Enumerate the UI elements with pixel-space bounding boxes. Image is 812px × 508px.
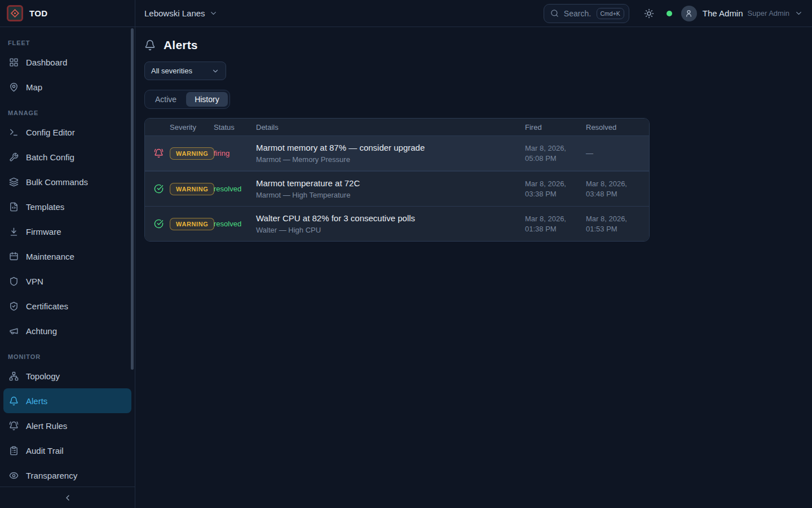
bell-icon xyxy=(144,40,156,51)
alert-subtitle: Marmot — Memory Pressure xyxy=(256,155,518,164)
column-header-resolved: Resolved xyxy=(586,123,640,132)
download-icon xyxy=(9,227,19,237)
app-root: TOD FLEET Dashboard Map MANAGE Config Ed… xyxy=(0,0,812,508)
terminal-icon xyxy=(9,128,19,137)
sidebar-item-achtung[interactable]: Achtung xyxy=(3,318,131,343)
avatar[interactable] xyxy=(681,6,697,21)
user-icon xyxy=(685,9,693,17)
sidebar-section-label: MANAGE xyxy=(3,110,131,116)
sidebar-item-certificates[interactable]: Certificates xyxy=(3,294,131,318)
sidebar-item-label: Firmware xyxy=(26,227,61,237)
search-input[interactable] xyxy=(564,9,592,18)
layers-icon xyxy=(9,177,19,187)
column-header-severity: Severity xyxy=(170,123,214,132)
sidebar-item-vpn[interactable]: VPN xyxy=(3,269,131,294)
connection-status-dot xyxy=(667,11,672,16)
logo-diamond-icon xyxy=(11,9,20,18)
content: Alerts All severities ActiveHistory Seve… xyxy=(135,27,812,508)
severity-filter-value: All severities xyxy=(151,67,192,75)
alert-row[interactable]: WARNING firing Marmot memory at 87% — co… xyxy=(145,136,649,171)
brand-logo xyxy=(7,5,23,21)
sidebar-item-label: Map xyxy=(26,82,42,92)
sidebar-item-label: Bulk Commands xyxy=(26,177,88,187)
calendar-icon xyxy=(9,252,19,261)
sidebar-item-label: Transparency xyxy=(26,471,77,480)
alerts-tabs: ActiveHistory xyxy=(144,90,230,109)
map-pin-icon xyxy=(9,82,19,92)
sidebar-item-label: Templates xyxy=(26,202,64,212)
alerts-table: Severity Status Details Fired Resolved W… xyxy=(144,118,650,242)
sun-icon xyxy=(644,8,654,19)
sidebar-item-topology[interactable]: Topology xyxy=(3,364,131,388)
sidebar-item-firmware[interactable]: Firmware xyxy=(3,219,131,244)
file-code-icon xyxy=(9,202,19,212)
sidebar-section-label: FLEET xyxy=(3,40,131,46)
alert-status: resolved xyxy=(214,185,256,193)
alert-resolved-time: Mar 8, 2026, 01:53 PM xyxy=(586,214,640,234)
sidebar-item-config-editor[interactable]: Config Editor xyxy=(3,120,131,144)
search-box[interactable]: Cmd+K xyxy=(544,4,629,23)
brand-name: TOD xyxy=(29,8,48,18)
check-circle-icon xyxy=(154,184,164,194)
sidebar-collapse-button[interactable] xyxy=(63,493,72,502)
wrench-icon xyxy=(9,152,19,162)
chevron-left-icon xyxy=(63,493,72,502)
sidebar-item-label: Alert Rules xyxy=(26,421,67,431)
search-icon xyxy=(550,9,559,17)
tab-active[interactable]: Active xyxy=(147,92,185,107)
user-menu-button[interactable] xyxy=(795,9,803,17)
alert-resolved-time: Mar 8, 2026, 03:48 PM xyxy=(586,179,640,199)
alert-status: firing xyxy=(214,149,256,157)
alert-title: Walter CPU at 82% for 3 consecutive poll… xyxy=(256,213,518,223)
sidebar-item-alert-rules[interactable]: Alert Rules xyxy=(3,413,131,438)
check-circle-icon xyxy=(154,219,164,229)
sidebar-item-label: Maintenance xyxy=(26,252,74,261)
alert-resolved-time: — xyxy=(586,148,640,159)
chevron-down-icon xyxy=(209,9,218,17)
sidebar-item-transparency[interactable]: Transparency xyxy=(3,463,131,487)
sidebar: TOD FLEET Dashboard Map MANAGE Config Ed… xyxy=(0,0,135,508)
page-title-row: Alerts xyxy=(144,38,803,52)
topbar-right: Cmd+K The Admin Super Admin xyxy=(544,4,803,23)
tab-history[interactable]: History xyxy=(186,92,228,107)
sidebar-item-audit-trail[interactable]: Audit Trail xyxy=(3,438,131,463)
search-shortcut-chip: Cmd+K xyxy=(597,8,624,19)
sidebar-item-maintenance[interactable]: Maintenance xyxy=(3,244,131,269)
main-column: Lebowski Lanes Cmd+K The Admin Super Adm xyxy=(135,0,812,508)
topbar: Lebowski Lanes Cmd+K The Admin Super Adm xyxy=(135,0,812,27)
alert-title: Marmot temperature at 72C xyxy=(256,178,518,188)
sidebar-item-label: Audit Trail xyxy=(26,446,64,456)
sidebar-item-map[interactable]: Map xyxy=(3,75,131,99)
sidebar-item-dashboard[interactable]: Dashboard xyxy=(3,50,131,75)
sidebar-section-label: MONITOR xyxy=(3,353,131,360)
severity-badge: WARNING xyxy=(170,183,214,195)
theme-toggle-button[interactable] xyxy=(644,8,654,19)
org-selector-label: Lebowski Lanes xyxy=(144,8,205,18)
dashboard-icon xyxy=(9,58,19,67)
sidebar-item-label: Dashboard xyxy=(26,58,67,67)
sidebar-scrollbar[interactable] xyxy=(131,28,134,370)
alert-row[interactable]: WARNING resolved Marmot temperature at 7… xyxy=(145,171,649,206)
column-header-fired: Fired xyxy=(525,123,586,132)
severity-filter-select[interactable]: All severities xyxy=(144,62,226,80)
org-selector[interactable]: Lebowski Lanes xyxy=(144,8,218,18)
chevron-down-icon xyxy=(795,9,803,17)
sidebar-footer xyxy=(0,487,135,508)
alert-row[interactable]: WARNING resolved Walter CPU at 82% for 3… xyxy=(145,206,649,241)
sidebar-nav: FLEET Dashboard Map MANAGE Config Editor… xyxy=(0,27,135,487)
alert-subtitle: Marmot — High Temperature xyxy=(256,191,518,199)
sidebar-item-label: Achtung xyxy=(26,326,57,336)
bell-ring-icon xyxy=(9,421,19,431)
sidebar-item-label: Batch Config xyxy=(26,152,74,162)
sidebar-item-alerts[interactable]: Alerts xyxy=(3,388,131,413)
shield-check-icon xyxy=(9,301,19,311)
sidebar-item-label: Config Editor xyxy=(26,128,75,137)
sidebar-item-bulk-commands[interactable]: Bulk Commands xyxy=(3,169,131,194)
alert-title: Marmot memory at 87% — consider upgrade xyxy=(256,143,518,152)
bell-icon xyxy=(9,396,19,406)
alert-fired-time: Mar 8, 2026, 05:08 PM xyxy=(525,143,586,163)
alerts-table-header: Severity Status Details Fired Resolved xyxy=(145,119,649,136)
sidebar-item-batch-config[interactable]: Batch Config xyxy=(3,144,131,169)
user-name: The Admin xyxy=(703,8,743,18)
sidebar-item-templates[interactable]: Templates xyxy=(3,194,131,219)
